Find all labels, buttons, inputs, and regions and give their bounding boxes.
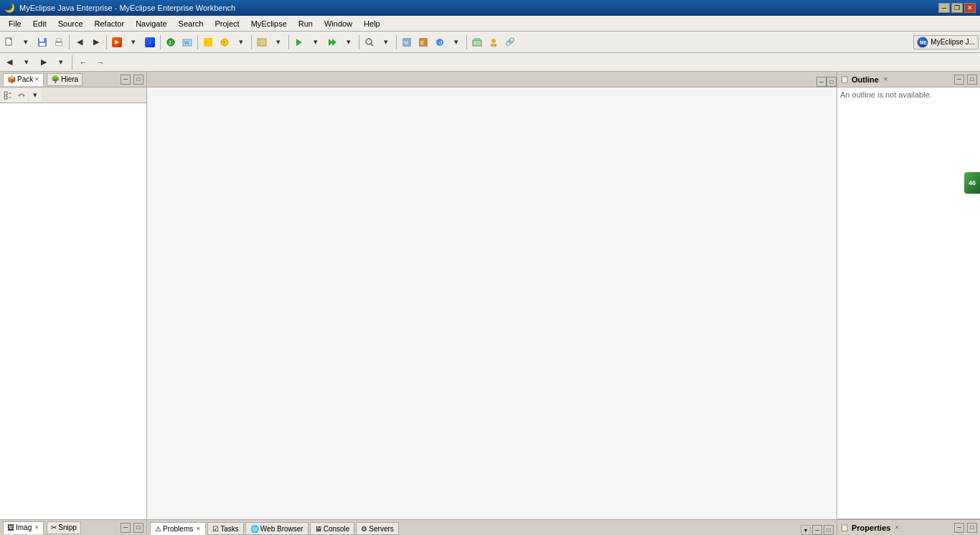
restore-button[interactable]: ❐ xyxy=(951,3,963,13)
forward-nav-button[interactable]: ▶ xyxy=(36,55,52,70)
menu-project[interactable]: Project xyxy=(209,16,245,31)
toolbar-action-3[interactable]: ↺ xyxy=(432,34,448,50)
outline-minimize[interactable]: ─ xyxy=(954,75,964,85)
close-button[interactable]: ✕ xyxy=(964,3,976,13)
pack-tab[interactable]: 📦 Pack ✕ xyxy=(3,73,44,86)
problems-panel: ⚠ Problems ✕ ☑ Tasks 🌐 Web Browser 🖥 Con… xyxy=(147,520,837,535)
main-layout: 📦 Pack ✕ 🌳 Hiera ─ □ ▾ xyxy=(0,72,980,519)
tasks-tab[interactable]: ☑ Tasks xyxy=(207,522,244,535)
toolbar-separator-1 xyxy=(69,35,70,49)
console-tab[interactable]: 🖥 Console xyxy=(310,522,355,535)
search-dropdown[interactable]: ▾ xyxy=(378,34,394,50)
right-panel: 📋 Outline ✕ ─ □ An outline is not availa… xyxy=(837,72,980,519)
run-server-button[interactable]: ▶ xyxy=(109,34,125,50)
toolbar-separator-8 xyxy=(396,35,397,49)
run-last-button[interactable] xyxy=(324,34,340,50)
problems-tab-close[interactable]: ✕ xyxy=(196,526,201,532)
menu-refactor[interactable]: Refactor xyxy=(89,16,131,31)
properties-close-icon[interactable]: ✕ xyxy=(895,524,900,531)
menu-run[interactable]: Run xyxy=(293,16,319,31)
view-menu-button[interactable]: ▾ xyxy=(29,89,42,102)
toolbar-btn-7[interactable]: ! xyxy=(217,34,232,50)
left-panel-minimize[interactable]: ─ xyxy=(121,75,131,85)
pack-tab-icon: 📦 xyxy=(7,75,16,83)
pack-tab-close[interactable]: ✕ xyxy=(34,76,39,82)
toolbar-btn-5[interactable]: W xyxy=(179,34,195,50)
ant-button[interactable] xyxy=(254,34,270,50)
toolbar-btn-dropdown[interactable]: ▾ xyxy=(233,34,249,50)
toolbar-btn-6[interactable]: ! xyxy=(200,34,216,50)
problems-minimize[interactable]: ─ xyxy=(812,525,822,535)
debug-dropdown-button[interactable]: ▾ xyxy=(308,34,324,50)
imag-tab[interactable]: 🖼 Imag ✕ xyxy=(3,521,44,534)
outline-panel-header: 📋 Outline ✕ ─ □ xyxy=(837,72,980,87)
back-button[interactable]: ◀ xyxy=(72,34,88,50)
toolbar-separator-5 xyxy=(251,35,252,49)
notification-count: 46 xyxy=(969,179,976,186)
ant-dropdown-button[interactable]: ▾ xyxy=(270,34,286,50)
save-button[interactable] xyxy=(34,34,50,50)
problems-tab-icon: ⚠ xyxy=(155,525,161,533)
menu-file[interactable]: File xyxy=(3,16,27,31)
outline-icon: 📋 xyxy=(840,75,849,83)
svg-text:↺: ↺ xyxy=(438,40,443,45)
toolbar-action-4[interactable] xyxy=(469,34,485,50)
bottom-area: 🖼 Imag ✕ ✂ Snipp ─ □ ◀ 🔍- 🔍+ xyxy=(0,519,980,535)
problems-overflow-btn[interactable]: ▾ xyxy=(801,525,811,535)
editor-maximize[interactable]: □ xyxy=(826,77,837,87)
debug-button[interactable] xyxy=(291,34,307,50)
prev-edit-button[interactable]: ← xyxy=(75,55,91,70)
toolbar-action-5[interactable] xyxy=(486,34,501,50)
notification-badge[interactable]: 46 xyxy=(964,172,980,194)
back-nav-dropdown[interactable]: ▾ xyxy=(19,55,34,70)
forward-nav-dropdown[interactable]: ▾ xyxy=(53,55,69,70)
search-button[interactable] xyxy=(362,34,377,50)
left-panel-maximize[interactable]: □ xyxy=(133,75,143,85)
hiera-tab[interactable]: 🌳 Hiera xyxy=(47,73,83,86)
print-button[interactable] xyxy=(51,34,67,50)
outline-close-icon[interactable]: ✕ xyxy=(883,76,888,82)
svg-text:!: ! xyxy=(205,39,207,46)
toolbar-action-dropdown[interactable]: ▾ xyxy=(448,34,464,50)
toolbar-action-6[interactable]: 🔗 xyxy=(502,34,518,50)
menu-search[interactable]: Search xyxy=(173,16,209,31)
image-panel-maximize[interactable]: □ xyxy=(133,523,143,533)
deploy-button[interactable]: ↓ xyxy=(142,34,158,50)
svg-point-30 xyxy=(491,39,496,43)
back-nav-button[interactable]: ◀ xyxy=(1,55,17,70)
editor-minimize[interactable]: ─ xyxy=(816,77,826,87)
toolbar-btn-4[interactable]: J xyxy=(163,34,179,50)
properties-maximize[interactable]: □ xyxy=(967,523,977,533)
minimize-button[interactable]: ─ xyxy=(938,3,950,13)
collapse-all-button[interactable] xyxy=(1,89,14,102)
next-edit-button[interactable]: → xyxy=(93,55,108,70)
menu-navigate[interactable]: Navigate xyxy=(130,16,172,31)
image-panel-minimize[interactable]: ─ xyxy=(121,523,131,533)
run-last-dropdown[interactable]: ▾ xyxy=(341,34,357,50)
servers-tab[interactable]: ⚙ Servers xyxy=(356,522,398,535)
new-dropdown-button[interactable]: ▾ xyxy=(18,34,34,50)
run-dropdown-button[interactable]: ▾ xyxy=(126,34,141,50)
snipp-tab[interactable]: ✂ Snipp xyxy=(47,521,81,534)
properties-panel: 📋 Properties ✕ ─ □ Property xyxy=(837,520,980,535)
toolbar-action-2[interactable]: E xyxy=(415,34,431,50)
problems-maximize[interactable]: □ xyxy=(824,525,834,535)
editor-content[interactable] xyxy=(147,87,837,519)
menu-edit[interactable]: Edit xyxy=(27,16,52,31)
myeclipse-button-group[interactable]: ME MyEclipse J... xyxy=(913,35,979,49)
web-browser-tab[interactable]: 🌐 Web Browser xyxy=(245,522,308,535)
problems-tab[interactable]: ⚠ Problems ✕ xyxy=(150,522,206,535)
new-button[interactable] xyxy=(1,34,17,50)
servers-tab-icon: ⚙ xyxy=(361,525,367,533)
properties-minimize[interactable]: ─ xyxy=(954,523,964,533)
link-with-editor-button[interactable] xyxy=(15,89,28,102)
forward-button[interactable]: ▶ xyxy=(88,34,104,50)
toolbar-action-1[interactable]: M xyxy=(399,34,415,50)
menu-source[interactable]: Source xyxy=(52,16,89,31)
svg-point-20 xyxy=(366,39,372,44)
menu-help[interactable]: Help xyxy=(358,16,386,31)
imag-tab-close[interactable]: ✕ xyxy=(34,524,39,531)
menu-myeclipse[interactable]: MyEclipse xyxy=(245,16,293,31)
menu-window[interactable]: Window xyxy=(319,16,358,31)
outline-maximize[interactable]: □ xyxy=(967,75,977,85)
